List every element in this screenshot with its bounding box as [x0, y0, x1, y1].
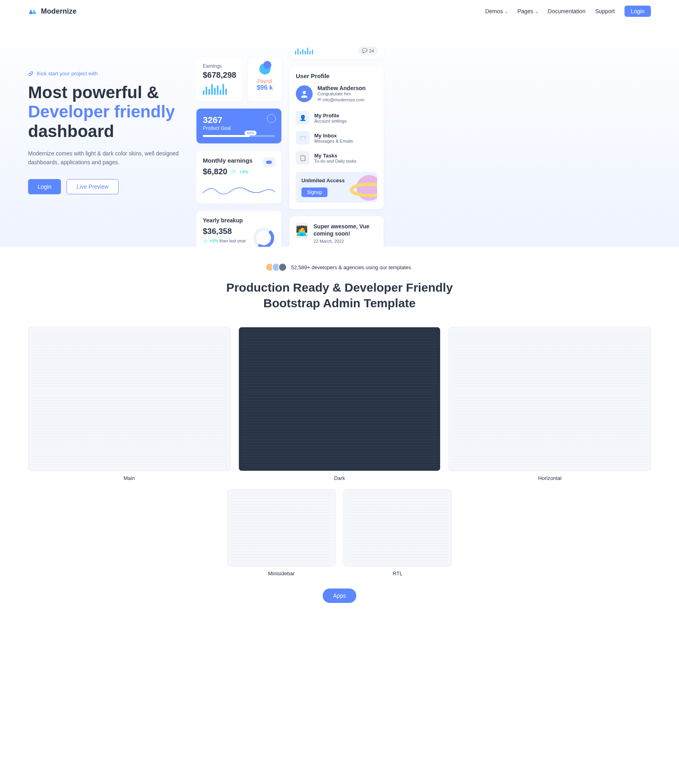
signup-button[interactable]: Signup — [301, 187, 327, 197]
social-proof: 52,589+ developers & agencies using our … — [0, 247, 679, 280]
avatar-stack — [268, 263, 287, 272]
apps-button[interactable]: Apps — [323, 589, 356, 603]
chevron-down-icon: ⌄ — [535, 9, 538, 14]
templates-grid: MainDarkHorizontal MinisidebarRTL Apps — [0, 327, 679, 635]
yearly-breakup-card: Yearly breakup $36,358 ↗+9% than last ye… — [196, 211, 281, 247]
avatar-icon: 🧑‍💻 — [296, 223, 308, 239]
nav-pages[interactable]: Pages⌄ — [517, 8, 538, 14]
avatar — [296, 85, 313, 102]
template-label: Horizontal — [449, 475, 651, 481]
svg-point-1 — [30, 72, 33, 74]
hero-section: Kick start your project with Most powerf… — [0, 22, 679, 247]
menu-item-title: My Profile — [314, 113, 347, 119]
menu-item-title: My Tasks — [314, 153, 356, 159]
product-goal-card: 3267 Product Goal 65% — [196, 109, 281, 143]
arrow-up-icon: ↗ — [203, 239, 208, 244]
live-preview-button[interactable]: Live Preview — [67, 179, 118, 194]
section-title: Production Ready & Developer FriendlyBoo… — [0, 280, 679, 311]
menu-item-icon: 👤 — [296, 111, 309, 125]
template-thumbnail — [28, 327, 230, 471]
arrow-up-icon: ↗ — [230, 169, 236, 175]
bar-chart-icon — [295, 47, 313, 54]
svg-point-4 — [303, 91, 306, 94]
chat-icon — [267, 114, 276, 123]
template-thumbnail — [449, 327, 651, 471]
hero-title: Most powerful & Developer friendly dashb… — [28, 83, 184, 141]
menu-item-sub: To-do and Daily tasks — [314, 159, 356, 163]
template-label: Minisidebar — [227, 570, 335, 576]
user-profile-card: User Profile Mathew Anderson Congratulat… — [289, 66, 384, 209]
line-chart-icon — [203, 181, 275, 197]
donut-chart-icon — [253, 227, 275, 247]
template-thumbnail — [238, 327, 441, 471]
mail-icon: ✉ — [317, 97, 321, 102]
brand-logo[interactable]: Modernize — [28, 7, 77, 16]
template-card[interactable]: Main — [28, 327, 230, 481]
stats-stub-card: 💬24 — [289, 46, 384, 59]
announcement-card: 🧑‍💻 Super awesome, Vue coming soon! 22 M… — [289, 216, 384, 247]
nav-documentation[interactable]: Documentation — [548, 8, 586, 14]
menu-item-sub: Messages & Emails — [314, 139, 353, 143]
unlimited-access-banner: Unlimited Access Signup — [296, 172, 377, 203]
template-thumbnail — [344, 489, 452, 566]
brand-text: Modernize — [41, 7, 77, 16]
template-card[interactable]: Minisidebar — [227, 489, 335, 576]
earnings-card: Earnings $678,298 — [196, 57, 242, 101]
menu-item-sub: Account settings — [314, 119, 347, 123]
nav-support[interactable]: Support — [595, 8, 615, 14]
template-label: Main — [28, 475, 230, 481]
template-card[interactable]: RTL — [344, 489, 452, 576]
link-icon — [28, 71, 34, 77]
template-card[interactable]: Horizontal — [449, 327, 651, 481]
profile-menu-item[interactable]: 📨My InboxMessages & Emails — [296, 128, 377, 148]
menu-item-icon: 📋 — [296, 151, 309, 165]
toggle-icon — [263, 157, 275, 167]
chat-icon: 💬 — [362, 48, 368, 53]
nav-demos[interactable]: Demos⌄ — [485, 8, 507, 14]
top-nav: Modernize Demos⌄ Pages⌄ Documentation Su… — [0, 0, 679, 22]
logo-icon — [28, 8, 38, 15]
menu-item-title: My Inbox — [314, 133, 353, 139]
hero-login-button[interactable]: Login — [28, 179, 61, 194]
hero-preview-cards: Earnings $678,298 Payroll $96 k 3267 Pro… — [196, 46, 679, 247]
planet-icon — [349, 172, 377, 203]
template-thumbnail — [227, 489, 335, 566]
hero-description: Modernize comes with light & dark color … — [28, 149, 184, 167]
login-button[interactable]: Login — [624, 6, 651, 17]
template-card[interactable]: Dark — [238, 327, 441, 481]
kick-line: Kick start your project with — [28, 71, 184, 77]
profile-menu-item[interactable]: 👤My ProfileAccount settings — [296, 108, 377, 128]
template-label: RTL — [344, 570, 452, 576]
payroll-card: Payroll $96 k — [248, 57, 281, 101]
monthly-earnings-card: Monthly earnings $6,820 ↗ +9% — [196, 151, 281, 204]
chevron-down-icon: ⌄ — [505, 9, 508, 14]
main-nav: Demos⌄ Pages⌄ Documentation Support Logi… — [485, 6, 651, 17]
profile-menu-item[interactable]: 📋My TasksTo-do and Daily tasks — [296, 148, 377, 168]
bar-chart-icon — [203, 83, 236, 95]
payroll-icon — [259, 63, 271, 75]
menu-item-icon: 📨 — [296, 131, 309, 145]
template-label: Dark — [238, 475, 441, 481]
